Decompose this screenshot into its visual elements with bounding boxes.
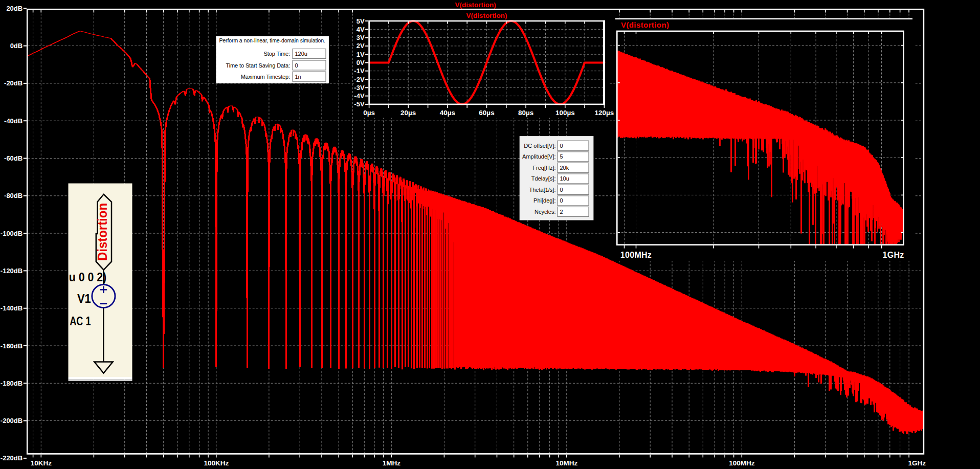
svg-text:10MHz: 10MHz [555,459,577,467]
svg-text:Stop Time:: Stop Time: [264,51,290,57]
svg-text:Ncycles:: Ncycles: [534,209,556,215]
svg-text:120u: 120u [295,51,307,57]
svg-text:120µs: 120µs [594,109,614,117]
svg-text:2V: 2V [357,42,365,50]
svg-text:-2V: -2V [354,76,365,83]
svg-text:20k: 20k [560,165,569,171]
svg-text:1GHz: 1GHz [908,459,926,467]
svg-text:V1: V1 [77,292,91,305]
svg-text:Distortion: Distortion [95,203,109,261]
svg-text:100MHz: 100MHz [620,251,652,259]
svg-text:4V: 4V [357,26,365,33]
svg-text:-40dB: -40dB [4,117,23,125]
svg-text:0dB: 0dB [10,42,23,50]
svg-text:-120dB: -120dB [1,267,23,275]
svg-text:-140dB: -140dB [1,304,23,312]
svg-text:Perform a non-linear, time-dom: Perform a non-linear, time-domain simula… [219,37,325,43]
svg-text:-4V: -4V [354,92,365,100]
svg-text:-5V: -5V [354,100,365,108]
svg-text:100µs: 100µs [555,109,575,117]
svg-text:100KHz: 100KHz [204,459,229,467]
svg-text:10KHz: 10KHz [31,459,52,467]
svg-text:0V: 0V [357,59,365,66]
svg-text:10u: 10u [560,175,569,182]
svg-text:Freq[Hz]:: Freq[Hz]: [532,165,555,171]
svg-text:100MHz: 100MHz [729,459,755,467]
svg-text:0: 0 [560,143,563,149]
svg-text:-3V: -3V [354,84,365,92]
svg-text:-200dB: -200dB [1,417,23,425]
svg-text:3V: 3V [357,34,365,41]
svg-text:-100dB: -100dB [1,230,23,237]
svg-text:60µs: 60µs [479,109,494,117]
svg-text:1V: 1V [357,51,365,58]
svg-text:-220dB: -220dB [1,454,23,462]
svg-text:-180dB: -180dB [1,379,23,387]
svg-text:Amplitude[V]:: Amplitude[V]: [522,153,555,160]
svg-text:0: 0 [295,62,298,69]
svg-text:-20dB: -20dB [4,79,23,87]
svg-text:DC offset[V]:: DC offset[V]: [524,143,555,149]
svg-text:1GHz: 1GHz [882,251,904,259]
svg-text:V(distortion): V(distortion) [621,20,669,29]
svg-text:40µs: 40µs [440,109,455,117]
svg-text:Maximum Timestep:: Maximum Timestep: [241,74,290,80]
svg-text:2: 2 [560,209,563,215]
svg-text:-60dB: -60dB [4,154,23,162]
svg-text:1MHz: 1MHz [383,459,401,467]
svg-text:0: 0 [560,187,563,193]
svg-text:Theta[1/s]:: Theta[1/s]: [529,187,556,193]
svg-text:V(distortion): V(distortion) [466,12,507,19]
svg-text:1n: 1n [295,74,301,80]
svg-text:-160dB: -160dB [1,342,23,350]
svg-text:20dB: 20dB [6,5,23,12]
svg-text:0: 0 [560,197,563,204]
svg-text:80µs: 80µs [518,109,533,117]
svg-text:-80dB: -80dB [4,192,23,199]
svg-text:5: 5 [560,153,563,160]
svg-text:20µs: 20µs [400,109,416,117]
svg-text:V(distortion): V(distortion) [455,1,496,9]
svg-text:5V: 5V [357,17,365,25]
svg-text:Phi[deg]:: Phi[deg]: [533,197,555,204]
svg-text:AC 1: AC 1 [70,315,91,328]
svg-text:u 0 0 2): u 0 0 2) [69,270,107,284]
svg-text:0µs: 0µs [363,109,375,117]
svg-text:Tdelay[s]:: Tdelay[s]: [531,175,556,182]
svg-text:-1V: -1V [354,67,365,75]
svg-text:Time to Start Saving Data:: Time to Start Saving Data: [226,62,291,69]
